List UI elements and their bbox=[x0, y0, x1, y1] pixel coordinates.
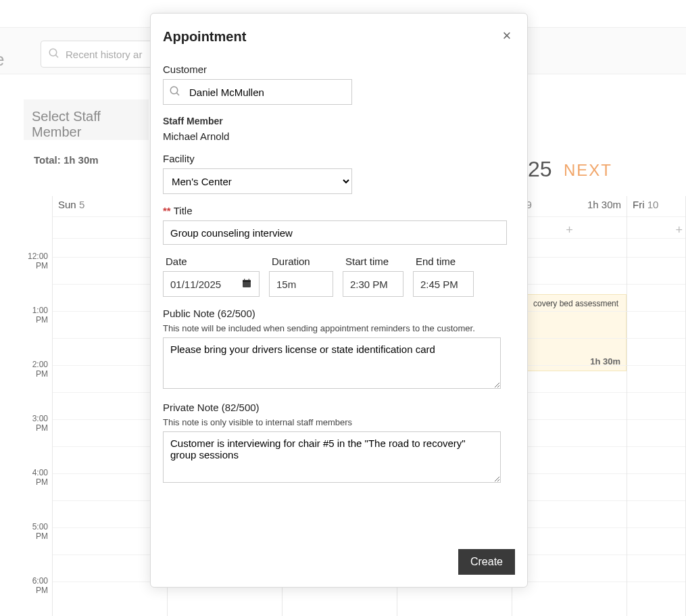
end-time-label: End time bbox=[413, 256, 474, 271]
dialog-body[interactable]: Customer Staff Member Michael Arnold Fac… bbox=[151, 57, 527, 540]
calendar-day-column[interactable]: Fri 10 + bbox=[627, 196, 686, 616]
customer-label: Customer bbox=[163, 64, 514, 75]
next-button[interactable]: NEXT bbox=[564, 161, 612, 180]
public-note-textarea[interactable]: Please bring your drivers license or sta… bbox=[163, 337, 501, 389]
dialog-header: Appointment × bbox=[151, 14, 527, 57]
svg-rect-5 bbox=[243, 280, 251, 282]
staff-value: Michael Arnold bbox=[163, 131, 514, 142]
time-slot: 12:00PM bbox=[0, 252, 48, 271]
date-value: 01/11/2025 bbox=[170, 279, 221, 290]
facility-label: Facility bbox=[163, 153, 514, 164]
svg-point-2 bbox=[170, 87, 178, 94]
svg-rect-6 bbox=[244, 279, 245, 281]
start-time-value: 2:30 PM bbox=[350, 279, 388, 290]
search-icon bbox=[48, 47, 60, 62]
history-search-box[interactable]: Recent history ar bbox=[41, 41, 155, 68]
staff-label: Staff Member bbox=[163, 116, 514, 126]
svg-rect-7 bbox=[249, 279, 249, 281]
customer-search-input[interactable] bbox=[163, 79, 352, 105]
calendar-icon bbox=[241, 278, 252, 291]
time-slot: 1:00PM bbox=[0, 306, 48, 325]
time-slot: 3:00PM bbox=[0, 414, 48, 433]
public-note-label: Public Note (62/500) bbox=[163, 308, 514, 319]
svg-line-1 bbox=[55, 55, 58, 57]
day-header: Fri 10 bbox=[633, 199, 658, 210]
date-field: Date 01/11/2025 bbox=[163, 256, 260, 297]
start-time-label: Start time bbox=[343, 256, 403, 271]
search-icon bbox=[169, 85, 181, 99]
duration-value: 15m bbox=[276, 279, 296, 290]
private-note-textarea[interactable]: Customer is interviewing for chair #5 in… bbox=[163, 431, 501, 483]
day-header: Sun 5 bbox=[58, 199, 84, 210]
close-icon[interactable]: × bbox=[499, 28, 515, 45]
add-appointment-button[interactable]: + bbox=[627, 220, 685, 240]
svg-line-3 bbox=[176, 93, 179, 95]
svg-point-0 bbox=[49, 49, 57, 56]
history-search-placeholder: Recent history ar bbox=[66, 49, 142, 60]
time-slot: 6:00PM bbox=[0, 576, 48, 596]
public-note-field: Public Note (62/500) This note will be i… bbox=[163, 308, 514, 391]
staff-select-box[interactable]: Select Staff Member bbox=[24, 99, 149, 140]
private-note-field: Private Note (82/500) This note is only … bbox=[163, 402, 514, 485]
start-time-input[interactable]: 2:30 PM bbox=[343, 271, 403, 297]
end-time-field: End time 2:45 PM bbox=[413, 256, 474, 297]
add-appointment-button[interactable]: + bbox=[512, 220, 627, 240]
customer-field: Customer bbox=[163, 64, 514, 105]
title-field: **Title bbox=[163, 205, 514, 245]
page-title-fragment: e bbox=[0, 49, 5, 70]
date-label: Date bbox=[163, 256, 260, 271]
private-note-label: Private Note (82/500) bbox=[163, 402, 514, 413]
calendar-day-column[interactable]: u 9 1h 30m + bbox=[512, 196, 627, 616]
appointment-dialog: Appointment × Customer Staff Member Mich… bbox=[150, 13, 528, 588]
end-time-value: 2:45 PM bbox=[420, 279, 458, 290]
duration-field: Duration 15m bbox=[269, 256, 333, 297]
create-button[interactable]: Create bbox=[458, 549, 515, 575]
time-slot: 4:00PM bbox=[0, 468, 48, 488]
total-hours-label: Total: 1h 30m bbox=[34, 154, 99, 166]
time-slot: 5:00PM bbox=[0, 522, 48, 542]
time-slot: 2:00PM bbox=[0, 360, 48, 379]
calendar-time-column: 12:00PM 1:00PM 2:00PM 3:00PM 4:00PM 5:00… bbox=[0, 196, 53, 616]
required-marker: ** bbox=[163, 205, 171, 216]
title-label: **Title bbox=[163, 205, 514, 216]
title-input[interactable] bbox=[163, 220, 507, 245]
datetime-row: Date 01/11/2025 Duration 15m Start bbox=[163, 256, 514, 297]
staff-field: Staff Member Michael Arnold Facility Men… bbox=[163, 116, 514, 194]
facility-select[interactable]: Men's Center bbox=[163, 168, 352, 194]
date-input[interactable]: 01/11/2025 bbox=[163, 271, 260, 297]
customer-input[interactable] bbox=[188, 86, 346, 99]
end-time-input[interactable]: 2:45 PM bbox=[413, 271, 474, 297]
start-time-field: Start time 2:30 PM bbox=[343, 256, 403, 297]
dialog-title: Appointment bbox=[163, 29, 499, 45]
header-date-fragment: 25 bbox=[528, 157, 552, 182]
private-note-help: This note is only visible to internal st… bbox=[163, 417, 514, 427]
dialog-footer: Create bbox=[151, 540, 527, 587]
duration-label: Duration bbox=[269, 256, 333, 271]
day-subtotal: 1h 30m bbox=[587, 199, 621, 210]
duration-input[interactable]: 15m bbox=[269, 271, 333, 297]
public-note-help: This note will be included when sending … bbox=[163, 323, 514, 333]
